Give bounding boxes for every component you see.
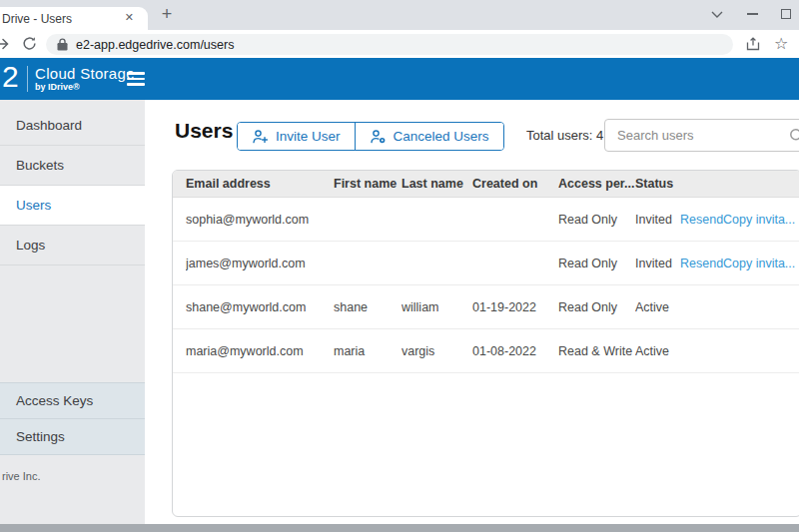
lock-icon xyxy=(57,38,68,51)
product-byline: by IDrive® xyxy=(35,82,135,92)
person-add-icon xyxy=(252,129,269,145)
copy-invitation-link[interactable]: Copy invita... xyxy=(723,213,799,227)
window-maximize-icon[interactable] xyxy=(773,3,799,25)
cell-status: Invited xyxy=(635,213,680,227)
window-chevron-icon[interactable] xyxy=(704,3,730,25)
table-row: sophia@myworld.com Read Only Invited Res… xyxy=(173,198,799,242)
share-icon[interactable] xyxy=(746,37,760,55)
cell-created-on: 01-19-2022 xyxy=(472,300,558,314)
reload-icon[interactable] xyxy=(22,36,37,55)
browser-window: Drive - Users ✕ + e2-app.edgedrive.com/u… xyxy=(0,0,799,532)
col-header-access-permission: Access per... xyxy=(558,177,635,191)
resend-link[interactable]: Resend xyxy=(680,213,723,227)
cell-status: Active xyxy=(635,300,680,314)
canceled-users-label: Canceled Users xyxy=(394,129,489,144)
sidebar-item-buckets[interactable]: Buckets xyxy=(0,146,145,186)
cell-email: maria@myworld.com xyxy=(186,344,334,358)
cell-first-name: maria xyxy=(334,344,401,358)
sidebar-item-users[interactable]: Users xyxy=(0,186,145,226)
total-users-label: Total users: 4 xyxy=(526,128,603,143)
address-bar[interactable]: e2-app.edgedrive.com/users xyxy=(46,34,733,55)
invite-user-button[interactable]: Invite User xyxy=(238,123,355,150)
invite-user-label: Invite User xyxy=(276,129,341,144)
sidebar: Dashboard Buckets Users Logs Access Keys… xyxy=(0,100,145,524)
person-cancel-icon xyxy=(370,129,387,145)
main-content: Users Invite User Canceled Users Total u… xyxy=(145,100,799,524)
table-row: james@myworld.com Read Only Invited Rese… xyxy=(173,242,799,285)
url-bar-row: e2-app.edgedrive.com/users ☆ xyxy=(0,30,799,58)
sidebar-footer-text: rive Inc. xyxy=(2,470,41,482)
tab-close-icon[interactable]: ✕ xyxy=(125,11,134,24)
hamburger-menu-icon[interactable] xyxy=(127,72,145,89)
cell-access-permission: Read & Write xyxy=(558,344,635,358)
col-header-email: Email address xyxy=(186,177,334,191)
user-actions-button-group: Invite User Canceled Users xyxy=(237,122,504,151)
cell-email: shane@myworld.com xyxy=(186,300,334,314)
cell-access-permission: Read Only xyxy=(558,257,635,270)
bookmark-star-icon[interactable]: ☆ xyxy=(774,34,788,53)
search-input[interactable] xyxy=(605,128,765,143)
col-header-status: Status xyxy=(635,177,680,191)
cell-access-permission: Read Only xyxy=(558,300,635,314)
col-header-first-name: First name xyxy=(334,177,401,191)
cell-last-name: vargis xyxy=(401,344,472,358)
users-table: Email address First name Last name Creat… xyxy=(172,170,799,517)
sidebar-item-dashboard[interactable]: Dashboard xyxy=(0,106,145,146)
sidebar-secondary-group: Access Keys Settings xyxy=(0,382,145,455)
table-header-row: Email address First name Last name Creat… xyxy=(173,171,799,198)
cell-last-name: william xyxy=(401,300,472,314)
table-row: maria@myworld.com maria vargis 01-08-202… xyxy=(173,329,799,373)
search-box xyxy=(604,119,799,152)
canceled-users-button[interactable]: Canceled Users xyxy=(355,123,503,150)
cell-access-permission: Read Only xyxy=(558,213,635,227)
tab-strip: Drive - Users ✕ + xyxy=(0,0,799,30)
new-tab-icon[interactable]: + xyxy=(155,3,179,27)
cell-email: sophia@myworld.com xyxy=(186,213,334,227)
cell-status: Invited xyxy=(635,257,680,270)
resend-link[interactable]: Resend xyxy=(680,257,723,270)
col-header-last-name: Last name xyxy=(401,177,472,191)
url-text: e2-app.edgedrive.com/users xyxy=(76,38,234,52)
window-minimize-icon[interactable] xyxy=(739,3,765,25)
cell-first-name: shane xyxy=(334,300,401,314)
sidebar-item-logs[interactable]: Logs xyxy=(0,226,145,266)
table-row: shane@myworld.com shane william 01-19-20… xyxy=(173,285,799,329)
copy-invitation-link[interactable]: Copy invita... xyxy=(723,257,799,270)
logo-divider xyxy=(27,66,28,92)
forward-icon[interactable] xyxy=(0,36,10,56)
cell-email: james@myworld.com xyxy=(186,257,334,270)
sidebar-item-access-keys[interactable]: Access Keys xyxy=(0,383,145,419)
app-header: 2 Cloud Storage by IDrive® xyxy=(0,58,799,100)
e2-logo: 2 xyxy=(2,60,19,94)
product-name: Cloud Storage xyxy=(35,65,135,82)
sidebar-item-settings[interactable]: Settings xyxy=(0,419,145,455)
search-icon xyxy=(789,128,799,148)
page-title: Users xyxy=(175,119,233,143)
window-bottom-edge xyxy=(0,524,799,532)
tab-title: Drive - Users xyxy=(2,12,72,26)
cell-created-on: 01-08-2022 xyxy=(472,344,558,358)
cell-status: Active xyxy=(635,344,680,358)
browser-tab[interactable]: Drive - Users ✕ xyxy=(0,7,148,30)
product-logo: Cloud Storage by IDrive® xyxy=(35,65,135,92)
col-header-created-on: Created on xyxy=(472,177,558,191)
